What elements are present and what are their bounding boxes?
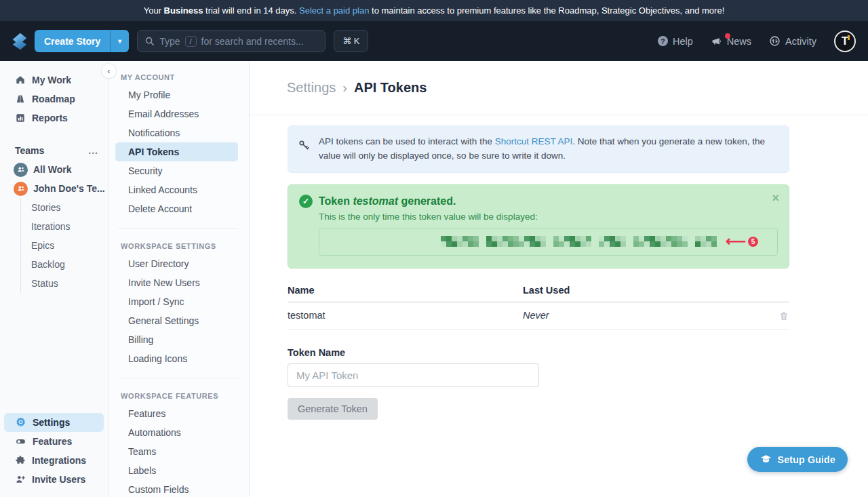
page-header: Settings › API Tokens — [250, 61, 868, 115]
sidebar-subitem-backlog[interactable]: Backlog — [21, 255, 108, 274]
setup-guide-button[interactable]: Setup Guide — [747, 447, 848, 472]
token-generated-banner: ✓ Token testomat generated. This is the … — [288, 184, 789, 269]
settings-nav-automations[interactable]: Automations — [115, 423, 238, 442]
team-avatar-gray — [14, 163, 28, 177]
search-placeholder-post: for search and recents... — [201, 36, 304, 47]
news-notification-dot — [725, 33, 730, 39]
chevron-left-icon: ‹ — [107, 66, 110, 76]
megaphone-icon — [711, 36, 722, 47]
activity-menu[interactable]: Activity — [769, 35, 816, 47]
close-icon[interactable]: × — [772, 192, 779, 204]
settings-nav-user-directory[interactable]: User Directory — [115, 254, 238, 273]
sidebar-item-settings[interactable]: ⚙ Settings — [4, 413, 104, 432]
token-name-label: Token Name — [288, 347, 789, 358]
sidebar-item-reports[interactable]: Reports — [0, 108, 108, 127]
redacted-token — [441, 236, 724, 247]
sidebar-item-roadmap[interactable]: Roadmap — [0, 90, 108, 108]
success-subtitle: This is the only time this token value w… — [319, 212, 778, 222]
sidebar-subitem-iterations[interactable]: Iterations — [21, 217, 108, 236]
sidebar-team-all-work[interactable]: All Work — [0, 160, 108, 179]
divider — [118, 378, 238, 378]
sidebar-item-label: My Work — [32, 75, 71, 85]
help-label: Help — [673, 36, 693, 47]
sidebar-item-invite-users[interactable]: Invite Users — [4, 470, 104, 489]
create-story-caret-button[interactable]: ▼ — [110, 30, 129, 52]
sidebar-team-john-does-team[interactable]: John Doe's Te... — [0, 179, 108, 198]
people-icon — [16, 165, 26, 174]
breadcrumb-settings[interactable]: Settings — [287, 80, 336, 96]
trial-text-prefix: Your — [144, 5, 164, 16]
key-icon — [298, 139, 311, 152]
section-header-my-account: MY ACCOUNT — [108, 69, 249, 85]
sidebar-item-label: Integrations — [32, 455, 86, 466]
activity-label: Activity — [785, 36, 816, 47]
select-paid-plan-link[interactable]: Select a paid plan — [299, 5, 369, 16]
sidebar-subitem-status[interactable]: Status — [21, 274, 108, 293]
settings-nav-linked-accounts[interactable]: Linked Accounts — [115, 180, 238, 199]
success-title-row: ✓ Token testomat generated. — [299, 195, 778, 208]
settings-nav-teams[interactable]: Teams — [115, 442, 238, 461]
teams-section-header: Teams ... — [0, 141, 108, 160]
avatar-accent-mark — [848, 35, 850, 40]
settings-nav-delete-account[interactable]: Delete Account — [115, 199, 238, 218]
divider — [118, 228, 238, 228]
table-row: testomat Never — [288, 302, 789, 330]
create-story-split-button: Create Story ▼ — [35, 30, 129, 52]
settings-nav-invite-new-users[interactable]: Invite New Users — [115, 273, 238, 292]
token-value-box: ⟵ 5 — [319, 228, 778, 256]
teams-menu-button[interactable]: ... — [88, 145, 98, 156]
sidebar-item-integrations[interactable]: Integrations — [4, 451, 104, 470]
app-body: My Work Roadmap Reports Teams ... All Wo… — [0, 61, 868, 497]
help-menu[interactable]: ? Help — [658, 36, 693, 47]
news-menu[interactable]: News — [711, 36, 751, 47]
bar-chart-icon — [15, 113, 26, 123]
settings-nav-my-profile[interactable]: My Profile — [115, 85, 238, 104]
delete-token-button[interactable] — [778, 310, 789, 321]
settings-nav-custom-fields[interactable]: Custom Fields — [115, 480, 238, 497]
chevron-down-icon: ▼ — [117, 38, 123, 45]
success-title-pre: Token — [319, 195, 353, 207]
breadcrumb-separator: › — [342, 80, 347, 96]
sidebar-collapse-button[interactable]: ‹ — [101, 63, 117, 79]
workspace-avatar[interactable]: T — [834, 31, 856, 52]
trash-icon — [778, 310, 789, 321]
team-label: All Work — [33, 164, 72, 175]
info-banner-text: API tokens can be used to interact with … — [319, 135, 776, 163]
token-name-input[interactable] — [288, 363, 539, 387]
rest-api-link[interactable]: Shortcut REST API — [495, 136, 573, 146]
home-icon — [15, 75, 26, 85]
generate-token-button[interactable]: Generate Token — [288, 398, 378, 420]
check-circle-icon: ✓ — [299, 195, 313, 208]
sidebar-item-my-work[interactable]: My Work — [0, 71, 108, 90]
token-row-last-used: Never — [523, 310, 778, 321]
settings-nav-billing[interactable]: Billing — [115, 330, 238, 349]
search-icon — [144, 36, 155, 46]
main-pane: Settings › API Tokens API tokens can be … — [250, 61, 868, 497]
sidebar-subitem-epics[interactable]: Epics — [21, 236, 108, 255]
settings-nav-import-sync[interactable]: Import / Sync — [115, 292, 238, 311]
settings-nav-labels[interactable]: Labels — [115, 461, 238, 480]
sidebar-item-features[interactable]: Features — [4, 432, 104, 451]
settings-nav-general-settings[interactable]: General Settings — [115, 311, 238, 330]
settings-nav-loading-icons[interactable]: Loading Icons — [115, 349, 238, 368]
search-input[interactable]: Type / for search and recents... — [137, 30, 326, 52]
section-header-workspace-features: WORKSPACE FEATURES — [108, 388, 249, 404]
search-placeholder-pre: Type — [159, 36, 180, 47]
help-icon: ? — [658, 36, 668, 46]
trial-text-mid: trial will end in 14 days. — [203, 5, 299, 16]
settings-nav-notifications[interactable]: Notifications — [115, 123, 238, 142]
settings-nav-email-addresses[interactable]: Email Addresses — [115, 104, 238, 123]
info-text-pre: API tokens can be used to interact with … — [319, 136, 495, 146]
settings-nav-security[interactable]: Security — [115, 161, 238, 180]
shortcut-logo-icon[interactable] — [9, 31, 30, 52]
invite-user-icon — [15, 474, 26, 485]
sidebar-subitem-stories[interactable]: Stories — [21, 198, 108, 217]
settings-nav-api-tokens[interactable]: API Tokens — [115, 142, 238, 161]
token-row-name: testomat — [288, 310, 523, 321]
team-label: John Doe's Te... — [33, 183, 105, 194]
settings-sidebar: MY ACCOUNT My Profile Email Addresses No… — [108, 61, 250, 497]
activity-icon — [769, 35, 781, 47]
slash-key-hint: / — [185, 36, 197, 47]
settings-nav-features[interactable]: Features — [115, 404, 238, 423]
create-story-button[interactable]: Create Story — [35, 30, 110, 52]
